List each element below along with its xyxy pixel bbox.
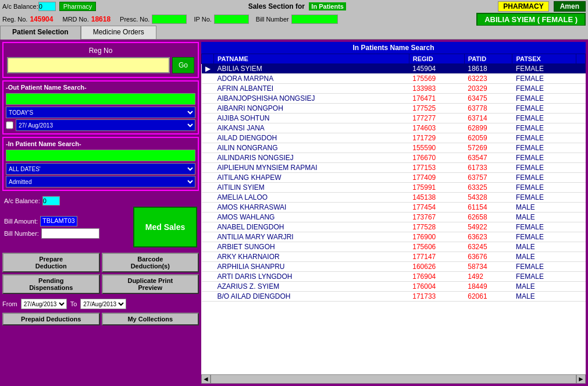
patient-regid-cell: 177525 — [409, 104, 464, 114]
out-patient-date-checkbox[interactable] — [6, 119, 13, 131]
out-patient-search-input[interactable] — [6, 93, 195, 105]
table-row[interactable]: AIJIBA SOHTUN17727763714FEMALE — [202, 114, 586, 123]
table-row[interactable]: ARPHILIA SHANPRU16062658734FEMALE — [202, 262, 586, 272]
table-row[interactable]: ARTI DARIS LYNGDOH1769041492FEMALE — [202, 272, 586, 282]
table-row[interactable]: ARKY KHARNAIOR17714763676MALE — [202, 252, 586, 262]
table-row[interactable]: ANABEL DIENGDOH17752854922FEMALE — [202, 222, 586, 232]
presc-no-input[interactable] — [152, 15, 187, 24]
barcode-deduction-button[interactable]: BarcodeDeduction(s) — [102, 253, 199, 272]
scroll-right[interactable]: ► — [576, 374, 586, 384]
table-row[interactable]: AIBANJOPSHISHA NONGSIEJ17647163475FEMALE — [202, 94, 586, 104]
patient-regid-cell: 177454 — [409, 203, 464, 213]
patient-sex-cell: FEMALE — [512, 272, 576, 282]
pharmacy-button[interactable]: Pharmacy — [59, 2, 97, 11]
tab-medicine-orders[interactable]: Medicine Orders — [81, 26, 156, 40]
table-row[interactable]: AMOS WAHLANG17376762658MALE — [202, 213, 586, 222]
bill-number-input[interactable] — [291, 15, 338, 24]
patient-patid-cell: 62059 — [464, 133, 512, 143]
patient-name-cell: AIBANRI NONGPOH — [214, 104, 409, 114]
table-row[interactable]: ARBIET SUNGOH17560663245MALE — [202, 242, 586, 252]
h-scroll-track[interactable] — [211, 374, 576, 384]
scroll-left[interactable]: ◄ — [201, 374, 211, 384]
patient-name-cell: ARKY KHARNAIOR — [214, 252, 409, 262]
reg-no-label: Reg. No. — [2, 16, 27, 23]
go-button[interactable]: Go — [172, 57, 194, 73]
patient-regid-cell: 176904 — [409, 272, 464, 282]
table-row[interactable]: AZARIUS Z. SYIEM17600418449MALE — [202, 282, 586, 292]
patient-patid-cell: 57269 — [464, 143, 512, 153]
patient-sex-cell: FEMALE — [512, 104, 576, 114]
prepaid-deductions-button[interactable]: Prepaid Deductions — [2, 313, 100, 325]
out-patient-date-filter[interactable]: TODAY'S — [6, 107, 195, 118]
patient-name-cell: AIPLIEHUN MYNSIEM RAPMAI — [214, 163, 409, 173]
patient-sex-cell: FEMALE — [512, 133, 576, 143]
patient-table: PATNAME REGID PATID PATSEX ▶ABILIA SYIEM… — [201, 54, 586, 302]
row-scroll — [576, 123, 586, 133]
patient-regid-cell: 176004 — [409, 282, 464, 292]
table-row[interactable]: AIBANRI NONGPOH17752563778FEMALE — [202, 104, 586, 114]
patient-name-cell: AIJIBA SOHTUN — [214, 114, 409, 123]
table-row[interactable]: AILIN NONGRANG15559057269FEMALE — [202, 143, 586, 153]
patient-regid-cell: 177528 — [409, 222, 464, 232]
ip-no-label: IP No. — [194, 16, 211, 23]
horizontal-scrollbar[interactable]: ◄ ► — [201, 374, 586, 384]
acbal-input[interactable] — [38, 2, 56, 11]
in-patient-status-filter[interactable]: Admitted — [6, 176, 195, 187]
prepare-deduction-button[interactable]: PrepareDeduction — [2, 253, 100, 272]
patient-name-cell: AIKANSI JANA — [214, 123, 409, 133]
from-date-select[interactable]: 27/Aug/2013 — [21, 299, 67, 309]
patient-regid-cell: 177409 — [409, 173, 464, 183]
table-row[interactable]: ANTILIA MARY WARJRI17690063623FEMALE — [202, 232, 586, 242]
table-row[interactable]: AITILANG KHAPEW17740963757FEMALE — [202, 173, 586, 183]
table-row[interactable]: AILINDARIS NONGSIEJ17667063547FEMALE — [202, 153, 586, 163]
bill-number-form-input[interactable] — [41, 228, 99, 239]
in-patient-search-input[interactable] — [6, 150, 195, 161]
in-patient-date-filter[interactable]: ALL DATES' — [6, 163, 195, 175]
row-scroll — [576, 114, 586, 123]
right-panel: In Patients Name Search PATNAME REGID PA… — [201, 42, 586, 384]
tab-patient-selection[interactable]: Patient Selection — [0, 26, 81, 40]
table-row[interactable]: AIKANSI JANA17460362899FEMALE — [202, 123, 586, 133]
patient-regid-cell: 174603 — [409, 123, 464, 133]
patient-sex-cell: FEMALE — [512, 123, 576, 133]
row-arrow — [202, 203, 214, 213]
table-row[interactable]: AITILIN SYIEM17599163325FEMALE — [202, 183, 586, 193]
table-row[interactable]: AILAD DIENGDOH17172962059FEMALE — [202, 133, 586, 143]
bill-number-label: Bill Number — [256, 16, 289, 23]
med-sales-button[interactable]: Med Sales — [133, 207, 197, 247]
row-arrow — [202, 133, 214, 143]
amen-button[interactable]: Amen — [554, 1, 586, 12]
table-row[interactable]: B/O AILAD DIENGDOH17173362061MALE — [202, 292, 586, 302]
in-patient-search-section: -In Patient Name Search- ALL DATES' Admi… — [2, 137, 199, 191]
row-scroll — [576, 94, 586, 104]
table-row[interactable]: AIPLIEHUN MYNSIEM RAPMAI17715361733FEMAL… — [202, 163, 586, 173]
patient-regid-cell: 171729 — [409, 133, 464, 143]
row-scroll — [576, 292, 586, 302]
table-row[interactable]: ▶ABILIA SYIEM14590418618FEMALE — [202, 64, 586, 74]
row-scroll — [576, 203, 586, 213]
patient-table-container[interactable]: PATNAME REGID PATID PATSEX ▶ABILIA SYIEM… — [201, 54, 586, 374]
patient-patid-cell: 63778 — [464, 104, 512, 114]
row-arrow — [202, 94, 214, 104]
out-patient-title: -Out Patient Name Search- — [6, 84, 195, 91]
to-date-select[interactable]: 27/Aug/2013 — [80, 299, 126, 309]
row-scroll — [576, 173, 586, 183]
table-row[interactable]: AMELIA LALOO14513854328FEMALE — [202, 193, 586, 203]
acbal-row-input[interactable] — [42, 196, 60, 206]
patient-name-display: ABILIA SYIEM ( FEMALE ) — [476, 13, 586, 26]
patient-sex-cell: FEMALE — [512, 173, 576, 183]
row-arrow — [202, 242, 214, 252]
ip-no-input[interactable] — [214, 15, 249, 24]
row-scroll — [576, 272, 586, 282]
row-arrow — [202, 183, 214, 193]
my-collections-button[interactable]: My Collections — [102, 313, 199, 325]
out-patient-date-select[interactable]: 27/ Aug/2013 — [16, 119, 195, 131]
pending-dispensations-button[interactable]: PendingDispensations — [2, 274, 100, 294]
duplicate-print-preview-button[interactable]: Duplicate PrintPreview — [102, 274, 199, 294]
table-row[interactable]: ADORA MARPNA17556963223FEMALE — [202, 74, 586, 84]
col-patname — [202, 54, 214, 64]
table-row[interactable]: AMOS KHARRASWAI17745461154MALE — [202, 203, 586, 213]
table-row[interactable]: AFRIN ALBANTEI13398320329FEMALE — [202, 84, 586, 94]
patient-sex-cell: FEMALE — [512, 84, 576, 94]
reg-no-search-input[interactable] — [7, 57, 170, 73]
